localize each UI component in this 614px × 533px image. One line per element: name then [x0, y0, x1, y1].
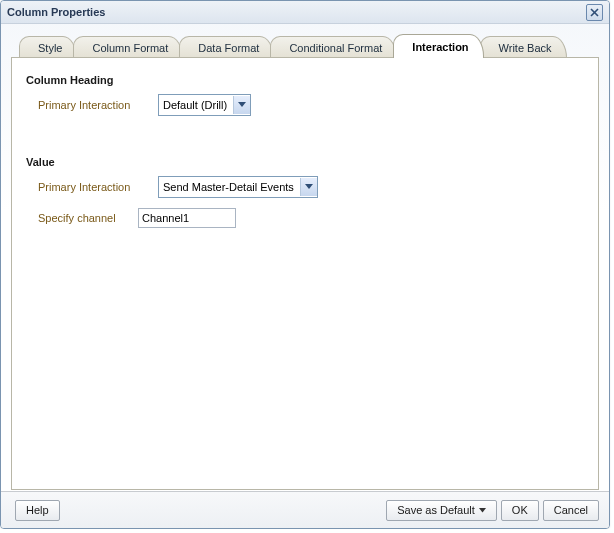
chevron-down-icon [238, 102, 246, 108]
select-value: Send Master-Detail Events [163, 181, 300, 193]
select-value: Default (Drill) [163, 99, 233, 111]
tab-label: Column Format [92, 42, 168, 54]
dialog-title: Column Properties [7, 6, 586, 18]
tab-label: Interaction [412, 41, 468, 53]
label-primary-interaction: Primary Interaction [38, 99, 158, 111]
footer: Help Save as Default OK Cancel [1, 491, 609, 528]
button-label: Help [26, 504, 49, 516]
spacer [26, 126, 584, 152]
dropdown-button[interactable] [300, 178, 317, 196]
tab-panel-interaction: Column Heading Primary Interaction Defau… [11, 57, 599, 490]
tab-conditional-format[interactable]: Conditional Format [270, 36, 397, 58]
section-title-value: Value [26, 156, 584, 168]
label-primary-interaction: Primary Interaction [38, 181, 158, 193]
chevron-down-icon [305, 184, 313, 190]
close-button[interactable] [586, 4, 603, 21]
tab-write-back[interactable]: Write Back [480, 36, 567, 58]
content-wrap: Column Heading Primary Interaction Defau… [1, 58, 609, 491]
section-title-column-heading: Column Heading [26, 74, 584, 86]
tab-column-format[interactable]: Column Format [73, 36, 183, 58]
tab-data-format[interactable]: Data Format [179, 36, 274, 58]
tab-label: Conditional Format [289, 42, 382, 54]
row-value-primary-interaction: Primary Interaction Send Master-Detail E… [38, 176, 584, 198]
chevron-down-icon [479, 508, 486, 513]
row-specify-channel: Specify channel [38, 208, 584, 228]
cancel-button[interactable]: Cancel [543, 500, 599, 521]
ok-button[interactable]: OK [501, 500, 539, 521]
tab-style[interactable]: Style [19, 36, 77, 58]
button-label: Save as Default [397, 504, 475, 516]
dialog-column-properties: Column Properties Style Column Format Da… [0, 0, 610, 529]
tab-label: Write Back [499, 42, 552, 54]
select-value-primary-interaction[interactable]: Send Master-Detail Events [158, 176, 318, 198]
tab-label: Style [38, 42, 62, 54]
help-button[interactable]: Help [15, 500, 60, 521]
titlebar: Column Properties [1, 1, 609, 24]
tab-row: Style Column Format Data Format Conditio… [1, 32, 609, 58]
select-column-heading-primary-interaction[interactable]: Default (Drill) [158, 94, 251, 116]
dropdown-button[interactable] [233, 96, 250, 114]
label-specify-channel: Specify channel [38, 212, 138, 224]
close-icon [590, 8, 599, 17]
row-column-heading-primary-interaction: Primary Interaction Default (Drill) [38, 94, 584, 116]
save-as-default-button[interactable]: Save as Default [386, 500, 497, 521]
tab-label: Data Format [198, 42, 259, 54]
button-label: OK [512, 504, 528, 516]
button-label: Cancel [554, 504, 588, 516]
input-specify-channel[interactable] [138, 208, 236, 228]
tab-interaction[interactable]: Interaction [393, 34, 483, 58]
